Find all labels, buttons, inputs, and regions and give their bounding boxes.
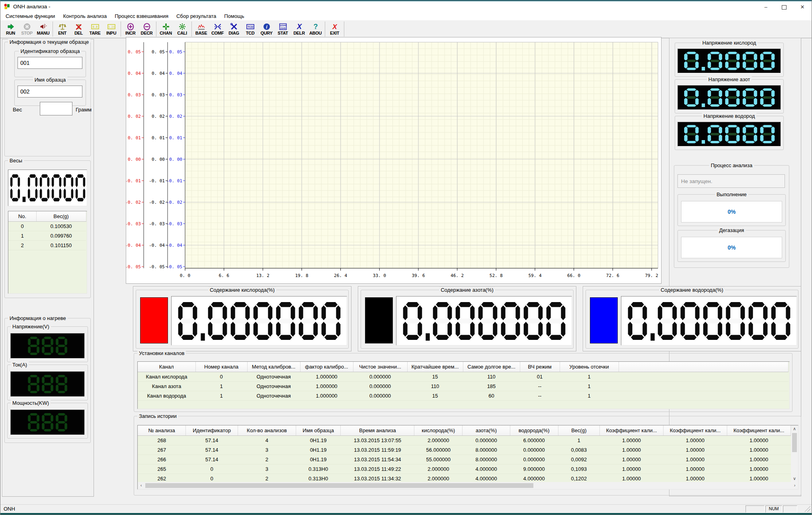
oxygen-content-group: Содержание кислорода(%)	[136, 290, 349, 349]
hydrogen-voltage-display	[677, 122, 781, 146]
svg-text:0. 05: 0. 05	[152, 49, 165, 55]
hscroll-thumb[interactable]	[145, 483, 533, 488]
hydrogen-content-label: Содержание водорода(%)	[659, 287, 725, 293]
svg-text:0. 01: 0. 01	[128, 135, 141, 140]
column-header-6[interactable]: азота(%)	[463, 425, 510, 436]
nitrogen-content-label: Содержание азота(%)	[439, 287, 495, 293]
voltage-gauge-digits	[27, 336, 68, 356]
toolbar-button-abou[interactable]: ?ABOU	[307, 21, 324, 37]
table-row[interactable]: 20.101150	[8, 241, 86, 250]
column-header-11[interactable]: Коэффициент кали...	[727, 425, 791, 436]
column-header-9[interactable]: Коэффициент кали...	[600, 425, 664, 436]
menu-item-result-collection[interactable]: Сбор результата	[172, 12, 220, 20]
toolbar-button-manu[interactable]: MANU	[35, 21, 51, 37]
toolbar-button-cali[interactable]: CALI	[174, 21, 190, 37]
maximize-button[interactable]	[775, 2, 793, 12]
column-header-3[interactable]: фактор калибро...	[300, 362, 353, 372]
svg-text:0. 04: 0. 04	[152, 71, 165, 76]
compare-arrows-icon	[214, 23, 222, 31]
column-header-0[interactable]: No.	[8, 211, 36, 222]
toolbar-button-qury[interactable]: iQURY	[258, 21, 275, 37]
menu-item-weighing-process[interactable]: Процесс взвешивания	[111, 12, 172, 20]
table-row[interactable]: 26657.1420H1.1913.03.2015 11:54:3455.000…	[138, 455, 791, 464]
channels-title: Установки каналов	[137, 350, 186, 357]
table-row[interactable]: 26857.1440H1.1913.03.2015 13:07:552.0000…	[138, 436, 791, 445]
column-header-0[interactable]: № анализа	[138, 425, 186, 436]
history-hscrollbar[interactable]: ‹ ›	[138, 482, 798, 489]
menu-item-system-functions[interactable]: Системные функции	[2, 12, 59, 20]
toolbar-button-stat[interactable]: 123452345STAT	[275, 21, 291, 37]
column-header-3[interactable]: Имя образца	[296, 425, 341, 436]
toolbar-button-incr[interactable]: INCR	[122, 21, 139, 37]
column-header-4[interactable]: Чистое значени...	[353, 362, 407, 372]
resize-grip[interactable]	[804, 506, 810, 512]
toolbar-button-delr[interactable]: XDELR	[291, 21, 307, 37]
close-button[interactable]: ✕	[793, 2, 812, 12]
toolbar-button-diag[interactable]: DIAG	[226, 21, 242, 37]
toolbar-button-del[interactable]: DEL	[70, 21, 87, 37]
column-header-7[interactable]: ВЧ режим	[520, 362, 560, 372]
nitrogen-voltage-display	[677, 85, 781, 110]
toolbar-button-exit[interactable]: XEXIT	[326, 21, 343, 37]
toolbar-button-stop[interactable]: STOP	[19, 21, 35, 37]
column-header-7[interactable]: водорода(%)	[510, 425, 558, 436]
column-header-1[interactable]: Идентификатор	[186, 425, 238, 436]
column-header-4[interactable]: Время анализа	[341, 425, 414, 436]
run-icon	[7, 23, 15, 31]
svg-text:46. 2: 46. 2	[451, 273, 464, 278]
current-gauge-digits	[27, 374, 68, 394]
sample-id-input[interactable]	[18, 57, 82, 69]
column-header-1[interactable]: Номер канала	[195, 362, 247, 372]
toolbar-button-tcd[interactable]: TCDTCD	[242, 21, 258, 37]
svg-text:X: X	[296, 23, 302, 31]
scroll-down-icon[interactable]: ∨	[791, 475, 798, 482]
app-window: ONH анализа - – ✕ Системные функцииКонтр…	[0, 0, 812, 515]
column-header-6[interactable]: Самое долгое вре...	[463, 362, 520, 372]
scroll-left-icon[interactable]: ‹	[138, 482, 144, 489]
column-header-8[interactable]: Вес(g)	[558, 425, 600, 436]
toolbar-button-base[interactable]: BASE	[193, 21, 209, 37]
table-row[interactable]: Канал водорода1Одноточечная1.0000000.000…	[138, 391, 789, 401]
table-row[interactable]: Канал кислорода0Одноточечная1.0000000.00…	[138, 372, 789, 382]
column-header-5[interactable]: кислорода(%)	[414, 425, 463, 436]
toolbar-button-run[interactable]: RUN	[2, 21, 19, 37]
toolbar-separator	[121, 21, 121, 37]
table-row[interactable]: 10.099760	[8, 231, 86, 241]
table-row[interactable]: 265030.313H013.03.2015 11:49:222.0000004…	[138, 464, 791, 474]
vscroll-thumb[interactable]	[792, 433, 797, 452]
nitrogen-color-block	[365, 297, 393, 343]
weight-input[interactable]	[40, 102, 72, 115]
toolbar-separator	[325, 21, 325, 37]
column-header-2[interactable]: Метод калибров...	[247, 362, 300, 372]
scroll-up-icon[interactable]: ∧	[791, 425, 798, 432]
column-header-1[interactable]: Вес(g)	[36, 211, 86, 222]
column-header-8[interactable]: Уровень отсечки	[560, 362, 619, 372]
svg-text:0. 05: 0. 05	[169, 49, 182, 55]
toolbar-button-ent[interactable]: ENT	[54, 21, 70, 37]
toolbar-button-comf[interactable]: COMF	[209, 21, 226, 37]
toolbar-button-decr[interactable]: DECR	[139, 21, 155, 37]
menu-item-help[interactable]: Помощь	[220, 12, 248, 20]
column-header-5[interactable]: Кратчайшее врем...	[407, 362, 463, 372]
menu-bar: Системные функцииКонтроль анализаПроцесс…	[0, 12, 812, 20]
toolbar-button-chan[interactable]: CHAN	[158, 21, 174, 37]
column-header-10[interactable]: Коэффициент кали...	[664, 425, 727, 436]
table-row[interactable]: 26757.1430H1.1913.03.2015 11:59:1956.000…	[138, 445, 791, 455]
toolbar-button-inpu[interactable]: 1.23INPU	[103, 21, 119, 37]
scroll-right-icon[interactable]: ›	[791, 482, 798, 489]
svg-text:0. 05: 0. 05	[128, 49, 141, 55]
menu-item-analysis-control[interactable]: Контроль анализа	[59, 12, 111, 20]
column-header-0[interactable]: Канал	[138, 362, 195, 372]
table-row[interactable]: 00.100530	[8, 222, 86, 231]
table-row[interactable]: 262020.313H013.03.2015 11:34:322.0000004…	[138, 474, 791, 482]
column-header-2[interactable]: Кол-во анализов	[238, 425, 296, 436]
sample-name-input[interactable]	[18, 86, 82, 98]
table-row[interactable]: Канал азота1Одноточечная1.0000000.000000…	[138, 382, 789, 391]
current-gauge-label: Ток(A)	[11, 361, 29, 368]
svg-text:-0. 02: -0. 02	[166, 200, 182, 205]
history-vscrollbar[interactable]: ∧ ∨	[791, 425, 798, 482]
hydrogen-content-display	[621, 296, 797, 345]
tcd-icon: TCD	[246, 23, 254, 31]
toolbar-button-tare[interactable]: 0.0TARE	[87, 21, 103, 37]
minimize-button[interactable]: –	[757, 2, 775, 12]
